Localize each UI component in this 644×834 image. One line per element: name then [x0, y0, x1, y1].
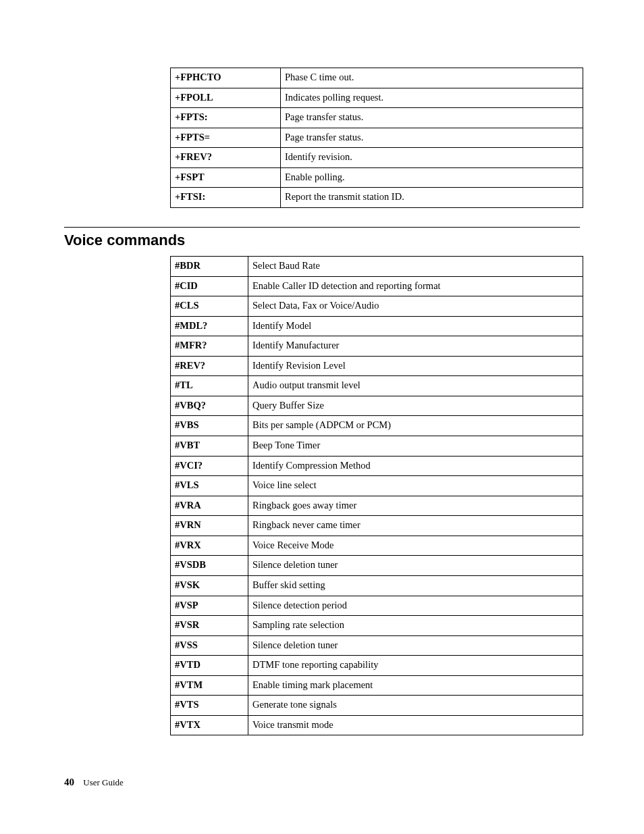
command-cell: #MDL? [171, 316, 248, 336]
description-cell: Voice line select [248, 476, 583, 496]
command-cell: +FPTS: [171, 108, 281, 128]
description-cell: DTMF tone reporting capability [248, 656, 583, 676]
page: +FPHCTOPhase C time out. +FPOLLIndicates… [0, 0, 644, 834]
table-row: #VRXVoice Receive Mode [171, 536, 583, 556]
command-cell: #MFR? [171, 336, 248, 357]
command-cell: +FREV? [171, 148, 281, 168]
footer-label: User Guide [83, 777, 124, 787]
table-row: #VTMEnable timing mark placement [171, 675, 583, 696]
command-cell: #VBQ? [171, 396, 248, 416]
table-row: #CLSSelect Data, Fax or Voice/Audio [171, 296, 583, 317]
command-cell: +FPTS= [171, 128, 281, 148]
command-cell: #VRN [171, 516, 248, 536]
description-cell: Silence detection period [248, 596, 583, 616]
description-cell: Phase C time out. [281, 68, 583, 88]
fax-commands-table: +FPHCTOPhase C time out. +FPOLLIndicates… [170, 68, 583, 208]
description-cell: Indicates polling request. [281, 88, 583, 108]
command-cell: #CID [171, 276, 248, 296]
command-cell: #VBT [171, 436, 248, 457]
table-row: #VSSSilence deletion tuner [171, 635, 583, 656]
description-cell: Voice transmit mode [248, 715, 583, 735]
description-cell: Sampling rate selection [248, 616, 583, 636]
table-row: #VSPSilence detection period [171, 596, 583, 616]
table-row: +FSPTEnable polling. [171, 167, 583, 188]
description-cell: Identify revision. [281, 148, 583, 168]
description-cell: Page transfer status. [281, 108, 583, 128]
command-cell: #VSS [171, 635, 248, 656]
description-cell: Ringback goes away timer [248, 496, 583, 516]
description-cell: Beep Tone Timer [248, 436, 583, 457]
command-cell: +FTSI: [171, 188, 281, 208]
command-cell: #VBS [171, 416, 248, 436]
description-cell: Identify Compression Method [248, 456, 583, 476]
command-cell: #VRA [171, 496, 248, 516]
command-cell: #BDR [171, 256, 248, 276]
table-row: #VTXVoice transmit mode [171, 715, 583, 735]
command-cell: #VTD [171, 656, 248, 676]
description-cell: Silence deletion tuner [248, 635, 583, 656]
command-cell: #VTM [171, 675, 248, 696]
description-cell: Silence deletion tuner [248, 556, 583, 576]
table-row: #VTDDTMF tone reporting capability [171, 656, 583, 676]
table-row: #MDL?Identify Model [171, 316, 583, 336]
table-row: +FPTS:Page transfer status. [171, 108, 583, 128]
description-cell: Identify Revision Level [248, 356, 583, 376]
command-cell: #TL [171, 376, 248, 396]
description-cell: Page transfer status. [281, 128, 583, 148]
description-cell: Bits per sample (ADPCM or PCM) [248, 416, 583, 436]
table-row: +FPOLLIndicates polling request. [171, 88, 583, 108]
description-cell: Buffer skid setting [248, 575, 583, 596]
table-row: +FPHCTOPhase C time out. [171, 68, 583, 88]
table-row: #VCI?Identify Compression Method [171, 456, 583, 476]
command-cell: +FPHCTO [171, 68, 281, 88]
table-row: #VRNRingback never came timer [171, 516, 583, 536]
description-cell: Select Baud Rate [248, 256, 583, 276]
table-row: #VSDBSilence deletion tuner [171, 556, 583, 576]
command-cell: #VRX [171, 536, 248, 556]
command-cell: #VSP [171, 596, 248, 616]
section-divider [64, 227, 580, 228]
table-row: #MFR?Identify Manufacturer [171, 336, 583, 357]
command-cell: #VLS [171, 476, 248, 496]
description-cell: Enable polling. [281, 167, 583, 188]
description-cell: Generate tone signals [248, 696, 583, 716]
table-row: #VBQ?Query Buffer Size [171, 396, 583, 416]
table-row: #BDRSelect Baud Rate [171, 256, 583, 276]
description-cell: Identify Manufacturer [248, 336, 583, 357]
command-cell: +FSPT [171, 167, 281, 188]
description-cell: Ringback never came timer [248, 516, 583, 536]
table-row: #VSKBuffer skid setting [171, 575, 583, 596]
voice-commands-table: #BDRSelect Baud Rate #CIDEnable Caller I… [170, 256, 583, 736]
table-row: #CIDEnable Caller ID detection and repor… [171, 276, 583, 296]
table-row: +FREV?Identify revision. [171, 148, 583, 168]
table-row: #VLSVoice line select [171, 476, 583, 496]
description-cell: Enable Caller ID detection and reporting… [248, 276, 583, 296]
description-cell: Enable timing mark placement [248, 675, 583, 696]
description-cell: Select Data, Fax or Voice/Audio [248, 296, 583, 317]
description-cell: Audio output transmit level [248, 376, 583, 396]
table-row: #VRARingback goes away timer [171, 496, 583, 516]
table-row: #VSRSampling rate selection [171, 616, 583, 636]
table-row: #VBTBeep Tone Timer [171, 436, 583, 457]
command-cell: #CLS [171, 296, 248, 317]
page-number: 40 [64, 777, 74, 787]
command-cell: #VCI? [171, 456, 248, 476]
table-row: +FPTS=Page transfer status. [171, 128, 583, 148]
table-row: #REV?Identify Revision Level [171, 356, 583, 376]
command-cell: #VSDB [171, 556, 248, 576]
section-heading: Voice commands [64, 232, 580, 249]
description-cell: Identify Model [248, 316, 583, 336]
command-cell: #VSK [171, 575, 248, 596]
command-cell: #REV? [171, 356, 248, 376]
table-row: #VTSGenerate tone signals [171, 696, 583, 716]
voice-table-body: #BDRSelect Baud Rate #CIDEnable Caller I… [171, 256, 583, 735]
description-cell: Report the transmit station ID. [281, 188, 583, 208]
table-row: +FTSI:Report the transmit station ID. [171, 188, 583, 208]
table-row: #VBSBits per sample (ADPCM or PCM) [171, 416, 583, 436]
command-cell: +FPOLL [171, 88, 281, 108]
fax-table-body: +FPHCTOPhase C time out. +FPOLLIndicates… [171, 68, 583, 208]
description-cell: Query Buffer Size [248, 396, 583, 416]
description-cell: Voice Receive Mode [248, 536, 583, 556]
command-cell: #VTS [171, 696, 248, 716]
page-footer: 40 User Guide [64, 777, 124, 788]
